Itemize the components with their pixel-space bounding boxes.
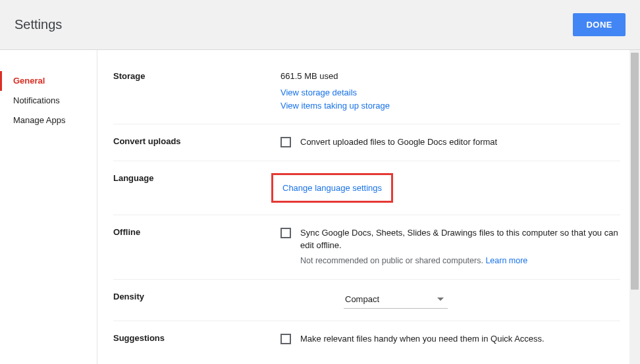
row-language: Language Change language settings	[113, 161, 620, 216]
storage-label: Storage	[113, 71, 280, 112]
storage-used-text: 661.5 MB used	[280, 71, 620, 81]
suggestions-body: Make relevant files handy when you need …	[280, 333, 620, 346]
row-storage: Storage 661.5 MB used View storage detai…	[113, 71, 620, 124]
main: General Notifications Manage Apps Storag…	[0, 50, 640, 364]
row-density: Density Compact	[113, 280, 620, 321]
row-offline: Offline Sync Google Docs, Sheets, Slides…	[113, 215, 620, 279]
language-label: Language	[113, 173, 280, 203]
suggestions-checkbox[interactable]	[280, 334, 291, 344]
view-items-storage-link[interactable]: View items taking up storage	[280, 99, 390, 113]
view-storage-details-link[interactable]: View storage details	[280, 86, 357, 99]
scrollbar-thumb[interactable]	[631, 53, 639, 290]
density-label: Density	[113, 292, 280, 309]
sidebar-item-manage-apps[interactable]: Manage Apps	[0, 111, 97, 130]
done-button[interactable]: DONE	[573, 13, 626, 36]
row-suggestions: Suggestions Make relevant files handy wh…	[113, 321, 620, 357]
convert-body: Convert uploaded files to Google Docs ed…	[280, 136, 620, 149]
language-body: Change language settings	[271, 173, 620, 203]
offline-checkbox-text: Sync Google Docs, Sheets, Slides & Drawi…	[300, 227, 620, 252]
storage-body: 661.5 MB used View storage details View …	[280, 71, 620, 112]
offline-label: Offline	[113, 227, 280, 267]
convert-checkbox[interactable]	[280, 137, 291, 147]
chevron-down-icon	[437, 298, 444, 301]
convert-checkbox-text: Convert uploaded files to Google Docs ed…	[300, 136, 497, 149]
offline-note: Not recommended on public or shared comp…	[300, 255, 620, 267]
language-highlight-box: Change language settings	[271, 173, 393, 203]
suggestions-label: Suggestions	[113, 333, 280, 346]
offline-body: Sync Google Docs, Sheets, Slides & Drawi…	[280, 227, 620, 267]
content: Storage 661.5 MB used View storage detai…	[97, 50, 640, 364]
offline-note-text: Not recommended on public or shared comp…	[300, 256, 485, 265]
page-title: Settings	[14, 17, 62, 32]
header: Settings DONE	[0, 0, 640, 50]
density-select[interactable]: Compact	[344, 292, 448, 309]
offline-checkbox[interactable]	[280, 228, 291, 238]
row-convert: Convert uploads Convert uploaded files t…	[113, 124, 620, 161]
suggestions-checkbox-text: Make relevant files handy when you need …	[300, 333, 545, 346]
change-language-link[interactable]: Change language settings	[282, 182, 382, 195]
convert-label: Convert uploads	[113, 136, 280, 149]
density-body: Compact	[280, 292, 620, 309]
sidebar-item-general[interactable]: General	[0, 71, 97, 91]
density-value: Compact	[345, 294, 379, 304]
scrollbar[interactable]	[629, 50, 640, 364]
sidebar: General Notifications Manage Apps	[0, 50, 97, 364]
offline-learn-more-link[interactable]: Learn more	[485, 255, 527, 267]
sidebar-item-notifications[interactable]: Notifications	[0, 91, 97, 111]
